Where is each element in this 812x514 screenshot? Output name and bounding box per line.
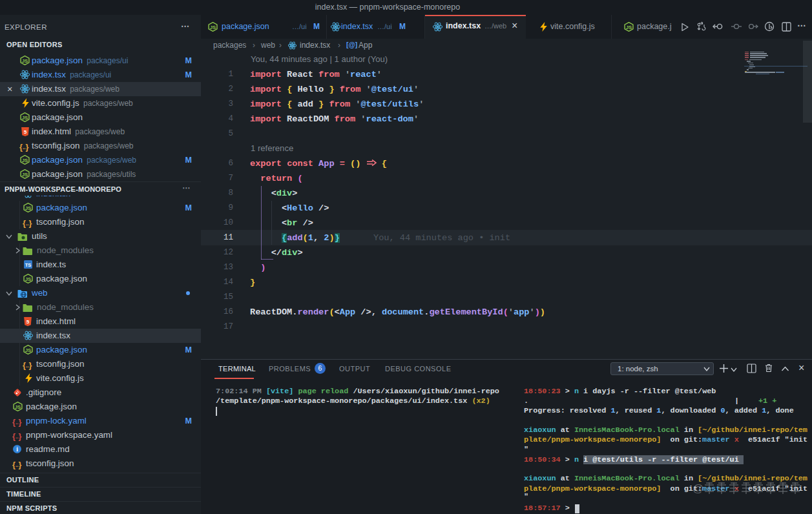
svg-text:JS: JS (210, 25, 216, 30)
svg-text:5: 5 (26, 319, 30, 325)
svg-text:JS: JS (25, 276, 32, 282)
svg-text:5: 5 (24, 129, 27, 135)
svg-text:TS: TS (25, 262, 32, 268)
svg-text:JS: JS (22, 115, 28, 121)
svg-text:JS: JS (626, 25, 632, 30)
svg-text:JS: JS (22, 58, 28, 64)
svg-text:i: i (16, 446, 18, 453)
svg-text:JS: JS (25, 205, 32, 211)
svg-text:JS: JS (25, 347, 32, 353)
svg-text:JS: JS (22, 158, 28, 163)
svg-text:JS: JS (15, 404, 21, 410)
svg-text:JS: JS (22, 172, 28, 178)
svg-text:@: @ (692, 482, 703, 495)
